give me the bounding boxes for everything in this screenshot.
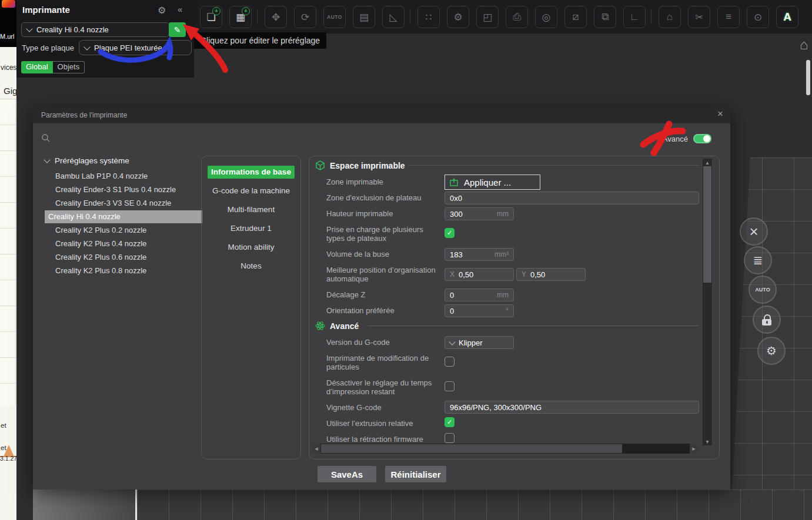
lay-flat-icon[interactable]: ◺	[382, 6, 405, 28]
tab-basic-information[interactable]: Informations de base	[208, 166, 295, 179]
split-icon[interactable]: ▤	[353, 6, 375, 28]
printable-height-label: Hauteur imprimable	[326, 209, 393, 218]
lock-button[interactable]	[753, 306, 781, 334]
form-horizontal-scrollbar[interactable]: ◂ ▸	[312, 444, 698, 454]
tree-item-preset[interactable]: Creality K2 Plus 0.8 nozzle	[55, 264, 199, 277]
advanced-toggle-row: Avancé	[663, 134, 711, 143]
tree-item-preset[interactable]: Creality K2 Plus 0.4 nozzle	[55, 237, 199, 250]
tree-item-preset[interactable]: Creality Ender-3 V3 SE 0.4 nozzle	[55, 197, 199, 210]
arrange-icon[interactable]: ∷	[417, 6, 440, 28]
form-vertical-scrollbar[interactable]: ▴ ▾	[703, 159, 712, 445]
lock-icon	[762, 319, 771, 326]
measure-icon[interactable]: ∟	[623, 6, 646, 28]
printer-preset-dropdown[interactable]: Creality Hi 0.4 nozzle	[21, 22, 169, 37]
tree-root-system-presets[interactable]: Préréglages système	[45, 156, 129, 165]
tab-machine-gcode[interactable]: G-code de la machine	[202, 184, 300, 197]
object-list-button[interactable]: ≣	[744, 246, 772, 274]
reset-button[interactable]: Réinitialiser	[385, 466, 446, 482]
tree-item-preset[interactable]: Creality K2 Plus 0.2 nozzle	[55, 224, 199, 237]
advanced-toggle[interactable]	[693, 134, 711, 143]
dialog-titlebar[interactable]: Paramètres de l'imprimante ×	[33, 107, 730, 123]
viewport-close-button[interactable]: ×	[740, 217, 768, 246]
layers-icon[interactable]: ≡	[717, 6, 740, 28]
plate-type-dropdown[interactable]: Plaque PEI texturée	[79, 40, 192, 55]
best-arrange-x-input[interactable]: X 0,50	[445, 268, 514, 281]
scope-tabs: Global Objets	[21, 61, 85, 73]
apply-printable-area-button[interactable]: Appliquer ...	[445, 175, 540, 190]
relative-extrusion-label: Utiliser l’extrusion relative	[326, 419, 413, 428]
pellet-printer-checkbox[interactable]	[445, 357, 455, 367]
cut-icon[interactable]: ✂	[688, 6, 710, 28]
text-icon[interactable]: A	[776, 6, 798, 28]
gear-icon: ⚙	[766, 344, 777, 358]
desktop-shortcut-icon[interactable]	[2, 0, 15, 8]
tab-multi-filament[interactable]: Multi-filament	[202, 203, 300, 216]
paint-icon[interactable]: ⊙	[747, 6, 769, 28]
horizontal-scroll-thumb[interactable]	[321, 444, 622, 453]
tree-item-preset[interactable]: Creality K2 Plus 0.6 nozzle	[55, 251, 199, 264]
add-model-icon[interactable]: ❏ +	[200, 6, 222, 28]
scroll-down-icon[interactable]: ▾	[703, 438, 712, 445]
tree-item-preset[interactable]: Creality Ender-3 S1 Plus 0.4 nozzle	[55, 183, 199, 196]
tab-global[interactable]: Global	[21, 61, 53, 73]
multi-plate-checkbox[interactable]: ✓	[445, 228, 455, 238]
collapse-panel-icon[interactable]: «	[178, 4, 182, 14]
tab-motion-ability[interactable]: Motion ability	[202, 241, 300, 254]
toolbar-divider	[651, 9, 651, 24]
exclusion-area-input[interactable]: 0x0	[445, 192, 699, 204]
boolean-icon[interactable]: ⧉	[594, 6, 616, 28]
atom-icon	[315, 321, 325, 331]
nozzle-volume-input[interactable]: 183 mm³	[445, 248, 514, 261]
background-text-et2: et	[1, 444, 17, 451]
cube-icon	[315, 160, 325, 170]
tab-notes[interactable]: Notes	[202, 260, 300, 273]
scroll-left-icon[interactable]: ◂	[312, 444, 320, 454]
gcode-thumbnail-input[interactable]: 96x96/PNG, 300x300/PNG	[445, 401, 699, 414]
scroll-right-icon[interactable]: ▸	[690, 444, 698, 454]
best-arrange-y-input[interactable]: Y 0,50	[516, 268, 586, 281]
best-arrange-label-line2: automatique	[326, 274, 369, 283]
clone-icon[interactable]: ⎙	[506, 6, 528, 28]
background-text-ip: 3.1.27	[0, 455, 16, 462]
tab-extruder-1[interactable]: Extrudeur 1	[202, 222, 300, 235]
printable-height-input[interactable]: 300 mm	[445, 207, 514, 220]
seam-icon[interactable]: ⧄	[564, 6, 587, 28]
gcode-flavor-select[interactable]: Klipper	[445, 336, 514, 349]
preferred-orientation-input[interactable]: 0 °	[445, 304, 514, 317]
auto-lay-flat-button[interactable]: AUTO	[748, 276, 777, 304]
gcode-thumbnail-label: Vignette G-code	[326, 403, 382, 412]
add-plate-icon[interactable]: ▦ +	[229, 6, 252, 28]
scale-icon[interactable]: ◰	[476, 6, 499, 28]
auto-orient-icon[interactable]: AUTO	[323, 6, 346, 28]
z-offset-input[interactable]: 0 mm	[445, 288, 514, 301]
edit-preset-button[interactable]: ✎	[169, 22, 186, 37]
scroll-up-icon[interactable]: ▴	[703, 159, 712, 166]
tree-item-preset[interactable]: Bambu Lab P1P 0.4 nozzle	[55, 170, 199, 183]
vertical-scroll-thumb[interactable]	[703, 166, 711, 283]
disable-remaining-time-label-line2: d’impression restant	[326, 387, 395, 396]
search-icon[interactable]	[41, 133, 51, 143]
viewport-scrollbar[interactable]	[806, 60, 810, 95]
best-arrange-label-line1: Meilleure position d’organisation	[326, 266, 436, 274]
arrange-settings-icon[interactable]: ⚙	[447, 6, 469, 28]
tree-item-preset-selected[interactable]: Creality Hi 0.4 nozzle	[45, 210, 202, 223]
toolbar-divider	[410, 9, 410, 24]
tab-objects[interactable]: Objets	[53, 61, 85, 73]
disable-remaining-time-label-line1: Désactiver le réglage du temps	[326, 378, 432, 387]
home-view-icon[interactable]: ⌂	[800, 36, 808, 53]
relative-extrusion-checkbox[interactable]: ✓	[445, 417, 455, 427]
pellet-printer-label-line2: particules	[326, 363, 359, 371]
viewport-settings-button[interactable]: ⚙	[757, 337, 786, 365]
support-icon[interactable]: ⌂	[659, 6, 681, 28]
gear-icon[interactable]: ⚙	[158, 5, 166, 16]
panel-title: Imprimante	[22, 5, 70, 15]
save-as-button[interactable]: SaveAs	[318, 466, 376, 482]
disable-remaining-time-checkbox[interactable]	[445, 381, 455, 391]
simplify-icon[interactable]: ◎	[535, 6, 557, 28]
move-icon[interactable]: ✥	[265, 6, 287, 28]
close-icon[interactable]: ×	[717, 108, 723, 120]
rotate-icon[interactable]: ⟳	[294, 6, 316, 28]
firmware-retraction-checkbox[interactable]	[445, 433, 455, 443]
multi-plate-label-line2: types de plateaux	[326, 234, 386, 243]
background-text-services: vices	[1, 63, 17, 72]
